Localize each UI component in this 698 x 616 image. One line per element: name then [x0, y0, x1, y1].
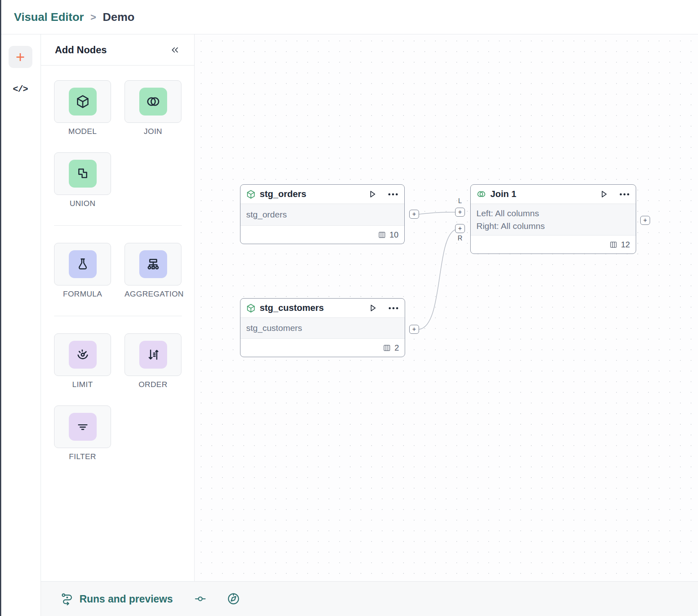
- palette-group-transforms: FORMULA AGGREGATION: [54, 243, 194, 316]
- node-title: stg_customers: [260, 303, 324, 313]
- column-count: 12: [621, 240, 630, 249]
- node-source-label: stg_customers: [246, 323, 399, 333]
- run-node-icon[interactable]: [367, 189, 377, 199]
- panel-title: Add Nodes: [55, 44, 107, 56]
- node-menu-icon[interactable]: [388, 193, 398, 195]
- column-count: 2: [394, 343, 399, 353]
- run-node-icon[interactable]: [368, 303, 378, 313]
- runs-icon: [61, 592, 74, 605]
- group-divider: [54, 225, 182, 226]
- breadcrumb-app-link[interactable]: Visual Editor: [14, 11, 84, 24]
- palette-item-filter[interactable]: FILTER: [54, 405, 111, 461]
- palette-item-label: AGGREGATION: [125, 290, 181, 299]
- node-title: stg_orders: [260, 189, 306, 199]
- add-node-button[interactable]: +: [9, 46, 32, 68]
- palette-group-sources: MODEL JOIN: [54, 80, 194, 225]
- plus-icon: +: [458, 209, 462, 215]
- node-menu-icon[interactable]: [620, 193, 629, 195]
- palette-group-filters: LIMIT ORDER: [54, 333, 194, 478]
- join-left-summary: Left: All columns: [476, 208, 630, 218]
- columns-icon: [609, 240, 618, 249]
- filter-lines-icon: [75, 419, 91, 435]
- model-cube-icon: [246, 189, 256, 199]
- add-nodes-panel: Add Nodes: [41, 34, 195, 581]
- palette-item-label: MODEL: [54, 127, 111, 136]
- page-title: Demo: [103, 11, 135, 24]
- palette-item-aggregation[interactable]: AGGREGATION: [125, 243, 181, 299]
- columns-icon: [383, 344, 391, 352]
- output-handle-stg-orders[interactable]: +: [409, 210, 419, 219]
- node-join-1[interactable]: Join 1 Left: All columns Right: All colu…: [470, 184, 636, 254]
- input-handle-join-left[interactable]: +: [455, 208, 465, 217]
- runs-and-previews-label: Runs and previews: [79, 593, 173, 605]
- node-menu-icon[interactable]: [389, 307, 398, 309]
- palette-item-union[interactable]: UNION: [54, 152, 111, 208]
- run-node-icon[interactable]: [599, 189, 609, 199]
- edge-customers-to-join-right: [419, 230, 455, 329]
- column-count: 10: [390, 230, 399, 240]
- canvas[interactable]: stg_orders stg_orders 10: [195, 34, 698, 581]
- node-stg-orders[interactable]: stg_orders stg_orders 10: [240, 184, 405, 244]
- palette-item-label: FILTER: [54, 452, 111, 461]
- palette-item-label: UNION: [54, 199, 111, 208]
- palette-item-limit[interactable]: LIMIT: [54, 333, 111, 389]
- left-toolbar: + </>: [0, 34, 41, 616]
- palette-item-formula[interactable]: FORMULA: [54, 243, 111, 299]
- join-left-port-label: L: [455, 197, 465, 205]
- order-sort-icon: [145, 347, 161, 362]
- main-area: + </> Add Nodes: [0, 34, 698, 616]
- formula-flask-icon: [75, 256, 91, 272]
- plus-icon: +: [412, 211, 416, 217]
- node-title: Join 1: [490, 189, 517, 199]
- aggregation-icon: [145, 256, 161, 272]
- window-edge-line: [0, 0, 1, 616]
- palette-item-label: LIMIT: [54, 380, 111, 389]
- columns-icon: [378, 231, 386, 239]
- edge-orders-to-join-left: [419, 212, 455, 214]
- plus-icon: +: [643, 217, 647, 224]
- plus-icon: +: [16, 49, 25, 65]
- join-circles-icon: [145, 93, 161, 110]
- node-source-label: stg_orders: [246, 210, 399, 220]
- code-view-button[interactable]: </>: [13, 84, 28, 95]
- model-cube-icon: [75, 94, 91, 109]
- palette-item-label: JOIN: [125, 127, 181, 136]
- visual-editor-app: Visual Editor > Demo + </> Add Nodes: [0, 0, 698, 616]
- join-right-port-label: R: [455, 235, 465, 242]
- group-divider: [54, 316, 182, 316]
- runs-and-previews-button[interactable]: Runs and previews: [61, 592, 173, 605]
- limit-gauge-icon: [75, 346, 91, 363]
- code-icon: </>: [13, 84, 28, 95]
- palette-item-order[interactable]: ORDER: [125, 333, 181, 389]
- bottom-bar: Runs and previews: [41, 581, 698, 616]
- compass-icon[interactable]: [227, 592, 240, 605]
- model-cube-icon: [246, 303, 256, 313]
- join-circles-icon: [476, 189, 487, 199]
- output-handle-join[interactable]: +: [640, 216, 650, 225]
- editor-right-pane: Add Nodes: [41, 34, 698, 616]
- output-handle-stg-customers[interactable]: +: [409, 325, 419, 334]
- palette-item-model[interactable]: MODEL: [54, 80, 111, 136]
- breadcrumb: Visual Editor > Demo: [0, 0, 698, 34]
- join-right-summary: Right: All columns: [476, 221, 630, 231]
- palette-item-label: FORMULA: [54, 290, 111, 299]
- commit-icon[interactable]: [194, 593, 206, 605]
- input-handle-join-right[interactable]: +: [455, 224, 465, 233]
- collapse-panel-icon[interactable]: [170, 45, 180, 55]
- node-stg-customers[interactable]: stg_customers stg_customers: [240, 298, 405, 357]
- palette-item-label: ORDER: [125, 380, 181, 389]
- palette-item-join[interactable]: JOIN: [125, 80, 181, 136]
- plus-icon: +: [412, 326, 416, 333]
- plus-icon: +: [458, 225, 462, 232]
- breadcrumb-separator-icon: >: [91, 11, 96, 23]
- union-icon: [75, 166, 91, 181]
